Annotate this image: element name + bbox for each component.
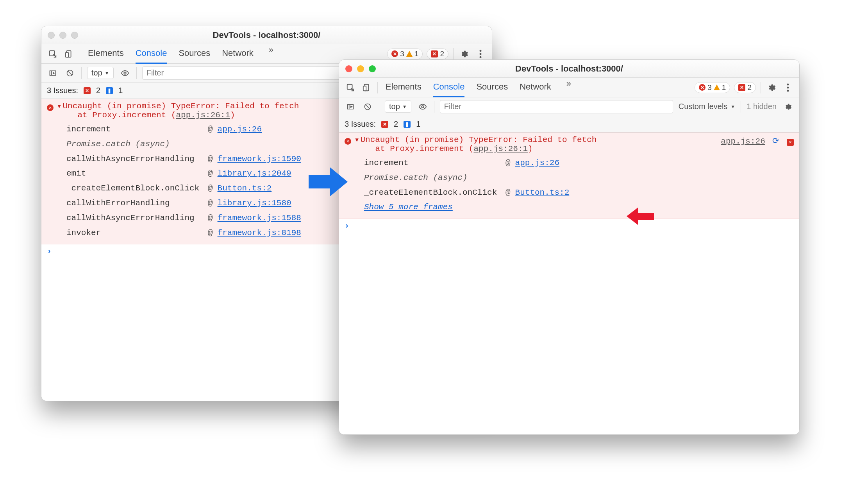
kebab-menu-icon[interactable] bbox=[782, 82, 794, 93]
blocked-badge[interactable]: ✕2 bbox=[734, 82, 756, 93]
stack-frame: Promise.catch (async) bbox=[364, 170, 705, 185]
toggle-sidebar-icon[interactable] bbox=[47, 67, 59, 79]
expand-icon[interactable]: ▶ bbox=[354, 138, 361, 142]
console-body: ✕ ▶Uncaught (in promise) TypeError: Fail… bbox=[339, 133, 799, 434]
chevron-down-icon: ▼ bbox=[730, 104, 735, 109]
kebab-menu-icon[interactable] bbox=[475, 48, 486, 60]
tab-console[interactable]: Console bbox=[433, 78, 465, 97]
error-message-line2-post: ) bbox=[230, 111, 235, 120]
devtools-window-after: DevTools - localhost:3000/ Elements Cons… bbox=[339, 59, 800, 435]
stack-source-link[interactable]: library.js:2049 bbox=[218, 166, 291, 181]
console-error-entry[interactable]: ✕ ▶Uncaught (in promise) TypeError: Fail… bbox=[339, 133, 799, 219]
separator bbox=[379, 101, 379, 113]
separator bbox=[761, 82, 761, 93]
tab-network[interactable]: Network bbox=[520, 78, 551, 97]
error-icon: ✕ bbox=[47, 104, 54, 111]
error-message-line2-pre: at Proxy.increment ( bbox=[77, 111, 176, 120]
tab-sources[interactable]: Sources bbox=[179, 44, 210, 64]
errors-warnings-badge[interactable]: ✕3 1 bbox=[695, 82, 730, 93]
more-tabs-icon[interactable]: » bbox=[563, 78, 575, 90]
tab-sources[interactable]: Sources bbox=[476, 78, 508, 97]
stack-source-link[interactable]: framework.js:8198 bbox=[218, 226, 301, 240]
restart-icon[interactable]: ⟳ bbox=[772, 137, 779, 146]
blocked-count: 2 bbox=[747, 83, 752, 92]
issue-error-count: 2 bbox=[394, 120, 398, 129]
inspect-icon[interactable] bbox=[47, 48, 59, 60]
settings-gear-icon[interactable] bbox=[766, 82, 777, 93]
stack-source-link[interactable]: library.js:1580 bbox=[218, 196, 291, 211]
separator bbox=[136, 67, 137, 79]
clear-console-icon[interactable] bbox=[362, 101, 373, 113]
error-source-link[interactable]: app.js:26:1 bbox=[473, 144, 528, 153]
tab-elements[interactable]: Elements bbox=[88, 44, 124, 64]
dismiss-icon[interactable]: ✕ bbox=[787, 139, 794, 146]
window-title: DevTools - localhost:3000/ bbox=[339, 64, 799, 74]
warning-icon bbox=[714, 84, 720, 90]
settings-gear-icon[interactable] bbox=[782, 101, 794, 113]
issues-label: 3 Issues: bbox=[47, 86, 78, 95]
error-message-line1: Uncaught (in promise) TypeError: Failed … bbox=[360, 135, 597, 144]
issue-error-icon: ✕ bbox=[381, 121, 388, 128]
hidden-count[interactable]: 1 hidden bbox=[747, 102, 777, 111]
error-count: 3 bbox=[400, 50, 404, 58]
issue-error-icon: ✕ bbox=[84, 87, 91, 94]
chevron-down-icon: ▼ bbox=[402, 104, 407, 109]
separator bbox=[80, 48, 80, 60]
issues-label: 3 Issues: bbox=[345, 120, 376, 129]
error-icon: ✕ bbox=[699, 84, 705, 91]
context-select[interactable]: top ▼ bbox=[385, 100, 411, 113]
prompt-icon: › bbox=[47, 247, 52, 256]
warning-icon bbox=[406, 51, 413, 57]
inspect-icon[interactable] bbox=[345, 82, 356, 93]
console-prompt[interactable]: › bbox=[339, 219, 799, 233]
svg-point-12 bbox=[787, 83, 789, 85]
clear-console-icon[interactable] bbox=[64, 67, 76, 79]
log-levels-select[interactable]: Custom levels ▼ bbox=[679, 102, 736, 111]
toggle-sidebar-icon[interactable] bbox=[345, 101, 356, 113]
show-more-frames-link[interactable]: Show 5 more frames bbox=[364, 203, 453, 212]
errors-warnings-badge[interactable]: ✕3 1 bbox=[387, 48, 423, 59]
issue-info-count: 1 bbox=[416, 120, 420, 129]
stack-frame[interactable]: increment@app.js:26 bbox=[364, 156, 705, 170]
stack-source-link[interactable]: Button.ts:2 bbox=[515, 185, 570, 200]
stack-source-link[interactable]: Button.ts:2 bbox=[218, 181, 272, 196]
filter-input[interactable] bbox=[440, 100, 673, 113]
error-source-link[interactable]: app.js:26:1 bbox=[176, 111, 230, 120]
svg-point-3 bbox=[480, 50, 482, 52]
separator bbox=[81, 67, 82, 79]
svg-point-13 bbox=[787, 86, 789, 88]
live-expression-icon[interactable] bbox=[119, 67, 131, 79]
stack-source-link[interactable]: app.js:26 bbox=[515, 156, 559, 170]
blocked-icon: ✕ bbox=[431, 50, 438, 57]
stack-source-link[interactable]: app.js:26 bbox=[218, 122, 262, 137]
blocked-badge[interactable]: ✕2 bbox=[427, 48, 448, 59]
issue-info-icon: ❚ bbox=[106, 87, 113, 94]
stack-source-link[interactable]: framework.js:1590 bbox=[218, 152, 301, 167]
live-expression-icon[interactable] bbox=[417, 101, 429, 113]
error-count: 3 bbox=[707, 83, 712, 92]
annotation-arrow-blue bbox=[309, 164, 348, 199]
tab-console[interactable]: Console bbox=[136, 44, 167, 64]
expand-icon[interactable]: ▶ bbox=[56, 105, 63, 108]
svg-point-14 bbox=[787, 90, 789, 91]
error-message-line2-pre: at Proxy.increment ( bbox=[375, 144, 473, 153]
levels-label: Custom levels bbox=[679, 102, 728, 111]
issues-bar[interactable]: 3 Issues: ✕2 ❚1 bbox=[339, 116, 799, 133]
more-tabs-icon[interactable]: » bbox=[265, 44, 277, 56]
stack-trace: increment@app.js:26 Promise.catch (async… bbox=[364, 156, 705, 200]
settings-gear-icon[interactable] bbox=[458, 48, 470, 60]
stack-frame[interactable]: _createElementBlock.onClick@Button.ts:2 bbox=[364, 185, 705, 200]
annotation-arrow-red bbox=[627, 206, 654, 226]
titlebar: DevTools - localhost:3000/ bbox=[41, 26, 492, 44]
panel-tabs: Elements Console Sources Network » bbox=[85, 44, 280, 64]
tab-elements[interactable]: Elements bbox=[386, 78, 421, 97]
stack-source-link[interactable]: framework.js:1588 bbox=[218, 211, 301, 226]
issue-info-count: 1 bbox=[118, 86, 123, 95]
device-icon[interactable] bbox=[361, 82, 373, 93]
context-select[interactable]: top ▼ bbox=[87, 67, 114, 79]
svg-rect-2 bbox=[66, 52, 68, 57]
separator bbox=[434, 101, 434, 113]
device-icon[interactable] bbox=[63, 48, 75, 60]
source-location-link[interactable]: app.js:26 bbox=[721, 137, 765, 146]
tab-network[interactable]: Network bbox=[222, 44, 254, 64]
